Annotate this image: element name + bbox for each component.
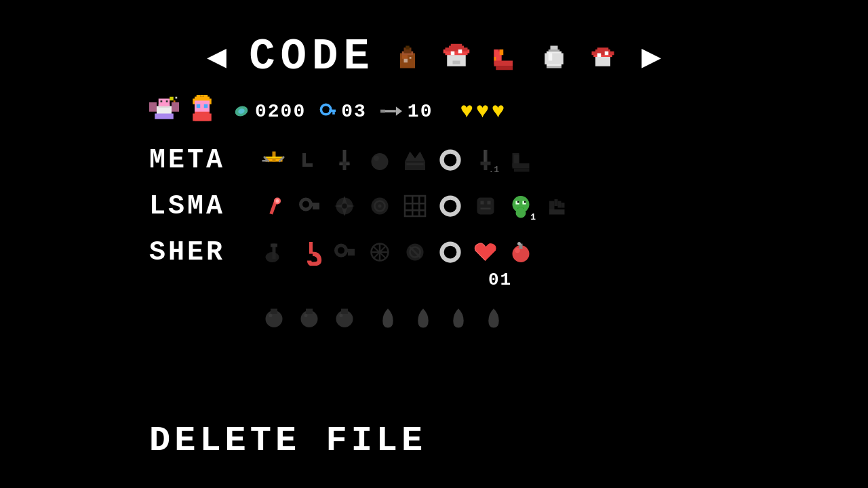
svg-point-157 bbox=[304, 314, 308, 317]
consumable-2 bbox=[293, 301, 326, 333]
svg-rect-79 bbox=[347, 163, 350, 165]
goblin-icon: 1 bbox=[505, 190, 537, 222]
svg-rect-127 bbox=[555, 199, 558, 206]
svg-rect-35 bbox=[605, 52, 609, 56]
rock-icon bbox=[363, 144, 396, 176]
svg-rect-45 bbox=[170, 97, 174, 101]
crossbow-icon bbox=[258, 144, 290, 176]
svg-point-150 bbox=[517, 242, 521, 245]
svg-rect-4 bbox=[402, 55, 408, 59]
character-sprites bbox=[149, 95, 220, 127]
heart-1: ♥ bbox=[460, 99, 473, 124]
svg-rect-26 bbox=[545, 54, 564, 65]
svg-rect-46 bbox=[174, 100, 176, 102]
save-slots-container: META bbox=[149, 138, 868, 296]
arrows-stat: 10 bbox=[380, 101, 433, 122]
svg-rect-69 bbox=[264, 157, 284, 159]
svg-rect-114 bbox=[481, 201, 484, 205]
slot-lsma-name: LSMA bbox=[149, 191, 258, 222]
svg-rect-100 bbox=[313, 206, 316, 209]
svg-rect-122 bbox=[517, 201, 519, 203]
svg-rect-107 bbox=[405, 196, 425, 216]
svg-rect-134 bbox=[309, 242, 313, 254]
svg-rect-6 bbox=[410, 57, 412, 59]
next-button[interactable]: ► bbox=[635, 41, 668, 73]
svg-rect-14 bbox=[458, 49, 462, 54]
princess-sprite bbox=[187, 95, 220, 127]
svg-rect-13 bbox=[451, 52, 455, 56]
hand-icon bbox=[540, 190, 572, 222]
svg-rect-123 bbox=[524, 201, 526, 203]
slot-meta-items: .1 bbox=[258, 144, 537, 176]
svg-rect-63 bbox=[332, 112, 335, 115]
svg-point-81 bbox=[374, 156, 379, 161]
svg-rect-49 bbox=[193, 114, 212, 121]
svg-rect-54 bbox=[204, 104, 208, 108]
svg-point-147 bbox=[442, 244, 459, 261]
game-screen: ◄ CODE bbox=[0, 0, 868, 488]
svg-rect-20 bbox=[494, 49, 498, 57]
dagger-icon bbox=[328, 144, 361, 176]
bag-icon bbox=[391, 41, 424, 73]
armor-icon bbox=[469, 190, 502, 222]
delete-file-button[interactable]: DELETE FILE bbox=[149, 421, 427, 461]
svg-rect-138 bbox=[348, 252, 351, 256]
prev-button[interactable]: ◄ bbox=[201, 41, 233, 73]
svg-rect-34 bbox=[597, 54, 601, 58]
svg-point-112 bbox=[442, 198, 459, 215]
svg-marker-83 bbox=[405, 152, 425, 162]
svg-rect-58 bbox=[200, 95, 204, 97]
svg-rect-36 bbox=[149, 102, 157, 112]
svg-rect-98 bbox=[309, 203, 319, 206]
svg-rect-92 bbox=[514, 169, 530, 172]
svg-rect-89 bbox=[484, 150, 486, 162]
boot-dark-icon bbox=[505, 144, 537, 176]
keys-stat: 03 bbox=[319, 101, 367, 122]
svg-rect-21 bbox=[494, 57, 496, 61]
svg-rect-28 bbox=[549, 54, 553, 61]
svg-rect-159 bbox=[341, 309, 348, 314]
svg-rect-110 bbox=[412, 196, 414, 216]
scroll-icon bbox=[399, 236, 431, 268]
svg-rect-129 bbox=[561, 203, 565, 208]
fairy-sprite bbox=[149, 95, 182, 127]
svg-rect-62 bbox=[330, 110, 336, 113]
svg-rect-53 bbox=[197, 104, 201, 108]
svg-rect-22 bbox=[500, 49, 504, 55]
drop-4 bbox=[477, 301, 510, 333]
svg-rect-56 bbox=[197, 95, 201, 99]
svg-rect-88 bbox=[484, 165, 488, 171]
bomb-icon bbox=[505, 236, 537, 268]
svg-rect-156 bbox=[306, 309, 313, 314]
svg-rect-75 bbox=[343, 150, 347, 163]
slot-meta: META bbox=[149, 138, 572, 182]
svg-point-80 bbox=[372, 153, 389, 170]
svg-rect-116 bbox=[481, 208, 491, 210]
svg-point-154 bbox=[269, 314, 273, 317]
svg-rect-43 bbox=[166, 100, 168, 102]
save-slots: META bbox=[149, 138, 572, 296]
hearts-display: ♥ ♥ ♥ bbox=[460, 99, 505, 124]
heart-2: ♥ bbox=[476, 99, 489, 124]
svg-rect-44 bbox=[155, 114, 174, 119]
svg-rect-153 bbox=[271, 309, 277, 314]
key-icon bbox=[293, 190, 326, 222]
svg-rect-99 bbox=[316, 206, 319, 209]
svg-marker-65 bbox=[396, 106, 402, 116]
sword-icon: .1 bbox=[469, 144, 502, 176]
shield-icon bbox=[363, 190, 396, 222]
svg-rect-128 bbox=[558, 201, 561, 208]
svg-rect-33 bbox=[597, 47, 609, 52]
svg-rect-133 bbox=[271, 244, 277, 247]
currency-value: 0200 bbox=[255, 101, 306, 122]
svg-rect-78 bbox=[340, 163, 343, 165]
slot-sher: SHER bbox=[149, 230, 572, 274]
svg-rect-111 bbox=[418, 196, 420, 216]
drop-1 bbox=[372, 301, 404, 333]
svg-rect-12 bbox=[451, 44, 462, 48]
boomerang-icon bbox=[293, 144, 326, 176]
svg-rect-82 bbox=[405, 162, 425, 171]
svg-rect-47 bbox=[176, 97, 178, 99]
ring-empty-1 bbox=[434, 144, 467, 176]
svg-rect-57 bbox=[204, 95, 208, 99]
